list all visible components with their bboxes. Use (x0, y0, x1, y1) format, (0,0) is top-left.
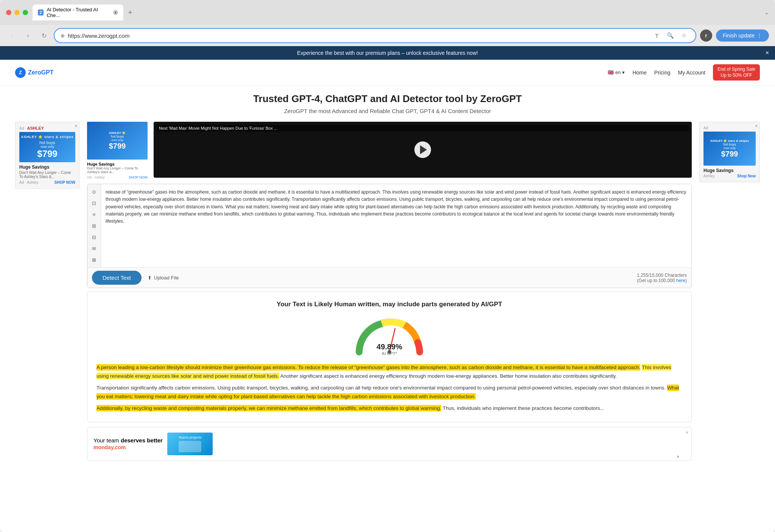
media-ad-from: now only (109, 138, 126, 142)
left-ad-title: Huge Savings (19, 164, 75, 170)
right-ad-promo: hot buys (710, 143, 749, 146)
my-account-link[interactable]: My Account (678, 70, 705, 76)
translate-icon[interactable]: T (652, 30, 662, 41)
maximize-window-button[interactable] (23, 10, 28, 15)
gauge-label: AI GPT* (377, 351, 402, 356)
detect-text-button[interactable]: Detect Text (92, 271, 142, 285)
close-window-button[interactable] (6, 10, 11, 15)
logo-initial: Z (19, 70, 22, 75)
play-button[interactable] (414, 141, 431, 158)
logo-text: ZeroGPT (28, 69, 54, 76)
left-ad-container: × Ad · ASHLEY ASHLEY ⭐ stars & stripes h… (15, 122, 79, 189)
result-normal-1: Another significant aspect is enhanced e… (280, 373, 617, 379)
upload-file-button[interactable]: ⬆ Upload File (148, 275, 179, 281)
left-ad-close-button[interactable]: × (75, 123, 78, 129)
site-header: Z ZeroGPT 🇬🇧 en ▾ Home Pricing My Accoun… (0, 60, 775, 85)
right-ad-close-button[interactable]: × (755, 123, 758, 129)
search-icon[interactable]: 🔍 (665, 30, 676, 41)
result-highlight-1: A person leading a low-carbon lifestyle … (96, 364, 640, 371)
sale-line2: Up to 50% OFF (717, 73, 755, 79)
monday-logo: monday.com (93, 444, 163, 450)
banner-close-button[interactable]: × (766, 50, 769, 56)
result-text: A person leading a low-carbon lifestyle … (96, 363, 682, 413)
new-tab-button[interactable]: + (125, 7, 135, 18)
left-ad-brand: ASHLEY (27, 126, 44, 130)
action-bar: Detect Text ⬆ Upload File 1,255/15,000 C… (87, 267, 691, 288)
media-ad-shop-now[interactable]: SHOP NOW (129, 175, 148, 179)
back-icon: ‹ (11, 32, 13, 39)
reload-button[interactable]: ↻ (38, 29, 50, 42)
address-bar[interactable]: ⊕ https://www.zerogpt.com T 🔍 ☆ (54, 28, 696, 43)
home-link[interactable]: Home (632, 70, 646, 76)
editor-sidebar: ⊙ ⊡ ≡ ⊞ ⊟ ✉ ⊠ (87, 184, 101, 267)
nav-bar: ‹ › ↻ ⊕ https://www.zerogpt.com T 🔍 ☆ r … (0, 25, 775, 46)
flag-icon: 🇬🇧 (608, 70, 614, 75)
page-content: Experience the best with our premium pla… (0, 46, 775, 532)
left-ad-label: Ad · ASHLEY (19, 126, 75, 130)
logo-icon: Z (15, 67, 26, 78)
left-ad-footer: Ad · Ashley SHOP NOW (19, 180, 75, 185)
left-ad-shop-now[interactable]: SHOP NOW (54, 180, 75, 185)
spring-sale-button[interactable]: End of Spring Sale Up to 50% OFF (713, 64, 760, 81)
right-ad-container: × Ad ASHLEY ⭐ stars & stripes hot buys n… (699, 122, 760, 182)
browser-window: Z AI Detector - Trusted AI Che... × + ⌄ … (0, 0, 775, 532)
char-count-extra: (Get up to 100,000 here) (637, 278, 687, 283)
center-content: ASHLEY ⭐ hot buys now only $799 Huge Sav… (87, 122, 692, 461)
finish-update-label: Finish update (723, 33, 755, 39)
editor-tool-4[interactable]: ⊞ (90, 221, 99, 230)
editor-tool-3[interactable]: ≡ (90, 210, 99, 219)
left-ad-desc: Don't Wait Any Longer – Come To Ashley's… (19, 171, 75, 179)
bottom-ad-teams-label: Teams projects (179, 436, 202, 439)
right-ad-brand-label: Ashley (703, 174, 715, 178)
sale-line1: End of Spring Sale (717, 67, 755, 73)
char-count-text: 1,255/15,000 Characters (637, 273, 687, 278)
minimize-window-button[interactable] (14, 10, 20, 15)
editor-tool-6[interactable]: ✉ (90, 244, 99, 253)
editor-tool-1[interactable]: ⊙ (90, 187, 99, 196)
ad-tag-label: Ad · (19, 126, 27, 130)
right-ad-image: ASHLEY ⭐ stars & stripes hot buys now on… (703, 132, 756, 166)
editor-tool-5[interactable]: ⊟ (90, 233, 99, 242)
main-content: Trusted GPT-4, ChatGPT and AI Detector t… (0, 85, 775, 468)
forward-button[interactable]: › (22, 29, 34, 42)
language-selector[interactable]: 🇬🇧 en ▾ (608, 70, 625, 75)
gauge-percent: 49.89% (377, 343, 402, 351)
content-row: × Ad · ASHLEY ASHLEY ⭐ stars & stripes h… (15, 122, 760, 461)
result-normal-2: Transportation significantly affects car… (96, 385, 666, 391)
bottom-ad: × Your team deserves better monday.com T… (87, 427, 692, 461)
finish-update-button[interactable]: Finish update ⋮ (716, 29, 769, 42)
upload-label: Upload File (154, 275, 179, 281)
video-player[interactable]: Next 'Mad Max' Movie Might Not Happen Du… (154, 122, 692, 178)
char-count-link[interactable]: here (676, 278, 685, 283)
page-title: Trusted GPT-4, ChatGPT and AI Detector t… (15, 93, 760, 105)
upload-icon: ⬆ (148, 275, 152, 281)
back-button[interactable]: ‹ (6, 29, 18, 42)
media-ad-image: ASHLEY ⭐ hot buys now only $799 (87, 122, 148, 160)
profile-button[interactable]: r (700, 29, 712, 42)
bottom-ad-teams-visual: Teams projects (179, 436, 202, 452)
editor-text-area[interactable]: release of "greenhouse" gases into the a… (101, 184, 691, 267)
editor-inner: ⊙ ⊡ ≡ ⊞ ⊟ ✉ ⊠ release of "greenhouse" ga… (87, 184, 691, 267)
address-actions: T 🔍 ☆ (652, 30, 689, 41)
bookmark-icon[interactable]: ☆ (679, 30, 689, 41)
promo-banner: Experience the best with our premium pla… (0, 46, 775, 60)
media-ad-label: AD · Ashley (87, 175, 105, 179)
bottom-ad-close-button[interactable]: × (685, 430, 688, 435)
bottom-ad-headline: Your team deserves better (93, 437, 163, 444)
page-subtitle: ZeroGPT the most Advanced and Reliable C… (15, 108, 760, 114)
banner-text: Experience the best with our premium pla… (297, 50, 478, 56)
left-ad-block: × Ad · ASHLEY ASHLEY ⭐ stars & stripes h… (15, 122, 79, 189)
editor-tool-7[interactable]: ⊠ (90, 255, 99, 264)
gauge-wrapper: 49.89% AI GPT* (352, 314, 427, 356)
editor-tool-2[interactable]: ⊡ (90, 199, 99, 208)
right-ad-shop-now[interactable]: Shop Now (737, 174, 756, 178)
left-ad-promo: hot buys (21, 140, 74, 145)
char-count: 1,255/15,000 Characters (Get up to 100,0… (637, 273, 687, 283)
pricing-link[interactable]: Pricing (654, 70, 671, 76)
expand-tabs-icon[interactable]: ⌄ (764, 9, 769, 16)
media-left-ad: ASHLEY ⭐ hot buys now only $799 Huge Sav… (87, 122, 148, 179)
browser-tab[interactable]: Z AI Detector - Trusted AI Che... × (33, 5, 123, 20)
media-ad-price: $799 (109, 142, 126, 150)
left-ad-label2: Ad · Ashley (19, 180, 38, 185)
tab-close-button[interactable]: × (113, 10, 118, 15)
